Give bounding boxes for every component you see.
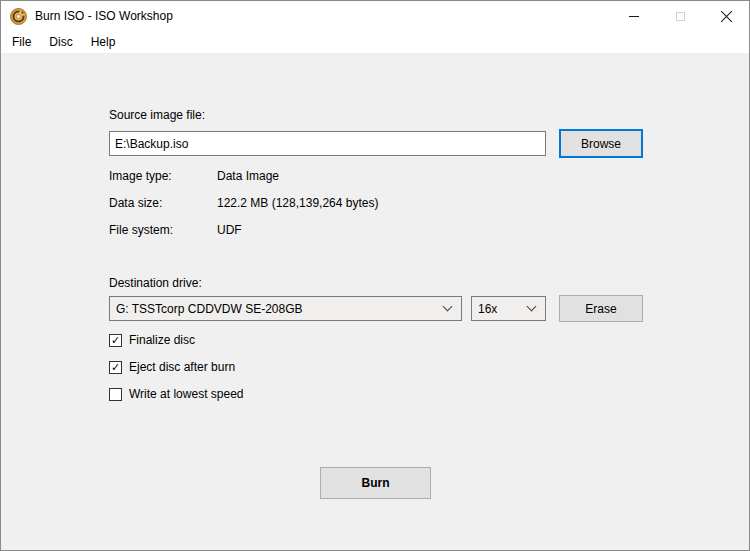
menu-help[interactable]: Help <box>82 32 125 52</box>
browse-button[interactable]: Browse <box>559 129 643 158</box>
data-size-value: 122.2 MB (128,139,264 bytes) <box>217 196 378 210</box>
maximize-icon <box>676 12 685 21</box>
source-file-input[interactable] <box>109 131 546 156</box>
window-title: Burn ISO - ISO Workshop <box>35 9 173 23</box>
speed-select[interactable]: 16x <box>471 296 546 321</box>
erase-button[interactable]: Erase <box>559 295 643 322</box>
finalize-disc-option[interactable]: ✓ Finalize disc <box>109 333 195 347</box>
file-system-row: File system: UDF <box>109 223 173 237</box>
eject-disc-label: Eject disc after burn <box>129 360 235 374</box>
eject-disc-option[interactable]: ✓ Eject disc after burn <box>109 360 235 374</box>
image-type-row: Image type: Data Image <box>109 169 172 183</box>
eject-disc-checkbox[interactable]: ✓ <box>109 361 122 374</box>
drive-select[interactable]: G: TSSTcorp CDDVDW SE-208GB <box>109 296 462 321</box>
menubar: File Disc Help <box>1 31 749 53</box>
source-file-label: Source image file: <box>109 108 205 122</box>
burn-button[interactable]: Burn <box>320 467 431 499</box>
app-window: Burn ISO - ISO Workshop File Disc Help S… <box>0 0 750 551</box>
minimize-icon <box>629 16 639 17</box>
image-type-value: Data Image <box>217 169 279 183</box>
data-size-label: Data size: <box>109 196 162 210</box>
window-controls <box>611 1 749 31</box>
file-system-value: UDF <box>217 223 242 237</box>
lowest-speed-option[interactable]: Write at lowest speed <box>109 387 244 401</box>
menu-disc[interactable]: Disc <box>40 32 81 52</box>
menu-file[interactable]: File <box>3 32 40 52</box>
file-system-label: File system: <box>109 223 173 237</box>
lowest-speed-checkbox[interactable] <box>109 388 122 401</box>
minimize-button[interactable] <box>611 1 657 31</box>
close-icon <box>720 10 733 23</box>
data-size-row: Data size: 122.2 MB (128,139,264 bytes) <box>109 196 162 210</box>
finalize-disc-label: Finalize disc <box>129 333 195 347</box>
destination-drive-label: Destination drive: <box>109 276 202 290</box>
speed-select-value: 16x <box>478 302 528 316</box>
close-button[interactable] <box>703 1 749 31</box>
drive-select-value: G: TSSTcorp CDDVDW SE-208GB <box>116 302 444 316</box>
app-icon <box>10 8 27 25</box>
titlebar: Burn ISO - ISO Workshop <box>1 1 749 31</box>
chevron-down-icon <box>527 302 537 312</box>
finalize-disc-checkbox[interactable]: ✓ <box>109 334 122 347</box>
lowest-speed-label: Write at lowest speed <box>129 387 244 401</box>
image-type-label: Image type: <box>109 169 172 183</box>
maximize-button <box>657 1 703 31</box>
chevron-down-icon <box>443 302 453 312</box>
